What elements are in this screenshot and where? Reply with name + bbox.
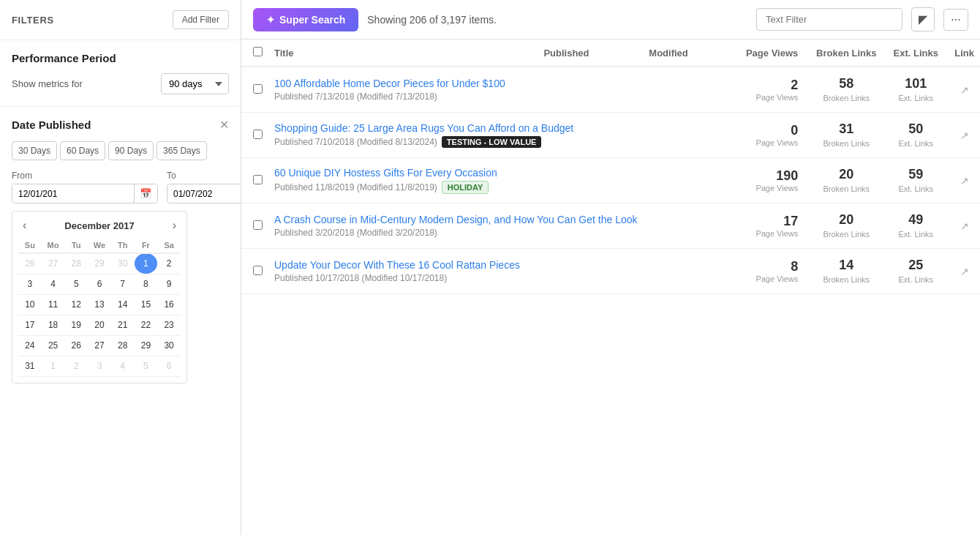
- calendar-day[interactable]: 4: [111, 356, 135, 376]
- calendar-day[interactable]: 5: [64, 274, 88, 294]
- calendar-day[interactable]: 5: [135, 356, 158, 376]
- calendar-day[interactable]: 4: [42, 274, 65, 294]
- table-row: Update Your Decor With These 16 Cool Rat…: [241, 249, 980, 294]
- 60-days-button[interactable]: 60 Days: [60, 141, 105, 160]
- calendar-day[interactable]: 2: [64, 356, 88, 376]
- 30-days-button[interactable]: 30 Days: [12, 141, 57, 160]
- calendar-day[interactable]: 15: [135, 294, 158, 315]
- broken-links-cell: 20Broken Links: [810, 158, 883, 203]
- calendar-day[interactable]: 18: [42, 315, 65, 335]
- calendar-day[interactable]: 23: [157, 315, 181, 335]
- article-title-link[interactable]: Update Your Decor With These 16 Cool Rat…: [274, 259, 731, 271]
- calendar-day[interactable]: 13: [88, 294, 111, 315]
- performance-period-section: Performance Period Show metrics for 90 d…: [0, 40, 241, 107]
- calendar-day[interactable]: 1: [135, 253, 158, 274]
- from-calendar-button[interactable]: 📅: [134, 184, 157, 203]
- calendar-day[interactable]: 14: [111, 294, 135, 315]
- super-search-button[interactable]: ✦ Super Search: [253, 8, 358, 31]
- page-views-cell: 17Page Views: [736, 203, 810, 249]
- calendar-header: ‹ December 2017 ›: [18, 217, 181, 233]
- calendar-day[interactable]: 6: [88, 274, 111, 294]
- calendar-day[interactable]: 25: [42, 335, 65, 356]
- article-title-link[interactable]: 100 Affordable Home Decor Pieces for Und…: [274, 78, 731, 89]
- row-checkbox[interactable]: [253, 130, 263, 139]
- article-title-link[interactable]: Shopping Guide: 25 Large Area Rugs You C…: [274, 122, 731, 134]
- article-title-link[interactable]: 60 Unique DIY Hostess Gifts For Every Oc…: [274, 167, 731, 179]
- article-title-link[interactable]: A Crash Course in Mid-Century Modern Des…: [274, 214, 731, 225]
- calendar-day[interactable]: 29: [135, 335, 158, 356]
- calendar-day[interactable]: 22: [135, 315, 158, 335]
- broken-links-number: 58: [815, 76, 877, 91]
- calendar-day[interactable]: 3: [18, 274, 42, 294]
- calendar-day[interactable]: 21: [111, 315, 135, 335]
- calendar-day[interactable]: 17: [18, 315, 42, 335]
- calendar-day[interactable]: 16: [157, 294, 181, 315]
- ext-links-cell: 50Ext. Links: [883, 113, 949, 158]
- calendar-day[interactable]: 7: [111, 274, 135, 294]
- row-checkbox[interactable]: [253, 220, 263, 230]
- page-views-number: 17: [783, 214, 798, 228]
- calendar-day[interactable]: 20: [88, 315, 111, 335]
- article-title-cell: Shopping Guide: 25 Large Area Rugs You C…: [268, 113, 736, 158]
- add-filter-button[interactable]: Add Filter: [173, 10, 229, 29]
- broken-links-label: Broken Links: [823, 275, 870, 284]
- calendar-day[interactable]: 28: [111, 335, 135, 356]
- calendar-day[interactable]: 31: [18, 356, 42, 376]
- more-options-button[interactable]: ⋯: [943, 9, 968, 31]
- external-link-icon[interactable]: ↗: [960, 130, 969, 141]
- external-link-icon[interactable]: ↗: [960, 266, 969, 277]
- row-checkbox[interactable]: [253, 175, 263, 184]
- metrics-select[interactable]: 90 days 30 days 60 days 180 days 365 day…: [161, 73, 229, 94]
- from-label: From: [12, 171, 158, 181]
- text-filter-input[interactable]: [756, 8, 902, 31]
- showing-text: Showing 206 of 3,197 items.: [367, 14, 747, 26]
- calendar-day[interactable]: 24: [18, 335, 42, 356]
- ext-links-number: 50: [889, 121, 943, 137]
- calendar-day[interactable]: 8: [135, 274, 158, 294]
- close-date-published-button[interactable]: ✕: [219, 119, 229, 131]
- calendar-day[interactable]: 10: [18, 294, 42, 315]
- 90-days-button[interactable]: 90 Days: [108, 141, 154, 160]
- link-cell: ↗: [949, 158, 980, 203]
- broken-links-label: Broken Links: [823, 230, 870, 239]
- calendar-day[interactable]: 26: [18, 253, 42, 274]
- calendar-day[interactable]: 9: [157, 274, 181, 294]
- calendar-day[interactable]: 19: [64, 315, 88, 335]
- calendar-day[interactable]: 27: [88, 335, 111, 356]
- ext-links-number: 49: [889, 212, 943, 228]
- calendar-day[interactable]: 27: [42, 253, 65, 274]
- calendar-prev-button[interactable]: ‹: [18, 217, 31, 233]
- broken-links-number: 20: [815, 167, 877, 182]
- broken-links-cell: 20Broken Links: [810, 203, 883, 249]
- broken-links-label: Broken Links: [823, 184, 870, 193]
- external-link-icon[interactable]: ↗: [960, 220, 969, 232]
- calendar-day[interactable]: 30: [111, 253, 135, 274]
- external-link-icon[interactable]: ↗: [960, 175, 969, 187]
- to-date-input[interactable]: [167, 184, 241, 203]
- article-meta-text: Published 3/20/2018 (Modified 3/20/2018): [274, 228, 437, 238]
- external-link-icon[interactable]: ↗: [960, 84, 969, 96]
- row-checkbox[interactable]: [253, 84, 263, 94]
- row-checkbox[interactable]: [253, 266, 263, 275]
- page-views-number: 0: [791, 123, 798, 138]
- ext-links-number: 101: [889, 76, 943, 91]
- calendar-day[interactable]: 12: [64, 294, 88, 315]
- calendar-next-button[interactable]: ›: [168, 217, 181, 233]
- calendar-day[interactable]: 11: [42, 294, 65, 315]
- calendar-day[interactable]: 2: [157, 253, 181, 274]
- calendar-day[interactable]: 28: [64, 253, 88, 274]
- 365-days-button[interactable]: 365 Days: [157, 141, 207, 160]
- calendar-day[interactable]: 3: [88, 356, 111, 376]
- article-meta: Published 7/10/2018 (Modified 8/13/2024)…: [274, 136, 731, 148]
- calendar-day[interactable]: 1: [42, 356, 65, 376]
- broken-links-cell: 14Broken Links: [810, 249, 883, 294]
- view-toggle-button[interactable]: ◤: [911, 7, 935, 31]
- from-date-input[interactable]: [12, 184, 134, 203]
- ext-links-number: 25: [889, 258, 943, 273]
- calendar-grid: Su Mo Tu We Th Fr Sa 2627282930123456789…: [18, 239, 181, 377]
- calendar-day[interactable]: 6: [157, 356, 181, 376]
- calendar-day[interactable]: 26: [64, 335, 88, 356]
- calendar-day[interactable]: 29: [88, 253, 111, 274]
- select-all-checkbox[interactable]: [253, 47, 263, 56]
- calendar-day[interactable]: 30: [157, 335, 181, 356]
